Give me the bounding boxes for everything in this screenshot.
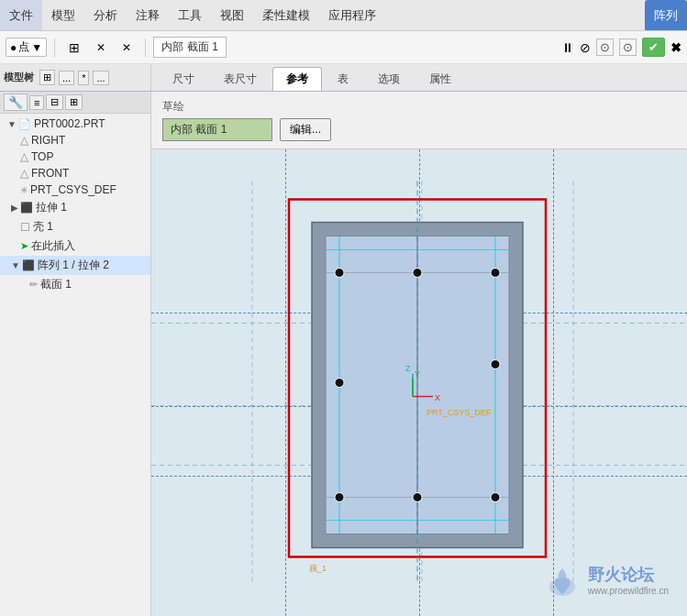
menu-view[interactable]: 视图 — [211, 0, 253, 30]
svg-point-17 — [335, 269, 344, 278]
toolbar-sep1 — [54, 38, 55, 57]
menubar: 文件 模型 分析 注释 工具 视图 柔性建模 应用程序 阵列 — [0, 0, 687, 31]
x-icon: ✕ — [96, 41, 105, 54]
unknown-icon2[interactable]: ⊙ — [619, 38, 637, 56]
point-select-tool[interactable]: ● 点 ▼ — [6, 38, 47, 57]
point-label: 点 — [18, 39, 29, 55]
model-svg: Z X Y PRT_CSYS_DEF 藕_1 — [151, 149, 687, 616]
tab-properties[interactable]: 属性 — [416, 67, 465, 91]
x-icon-btn[interactable]: ✕ — [116, 38, 138, 57]
menubar-spacer — [385, 0, 645, 30]
tree-item-top[interactable]: △ TOP — [0, 148, 150, 165]
file-icon: 📄 — [18, 118, 31, 130]
watermark: 野火论坛 www.proewildfire.cn — [544, 561, 669, 598]
menu-model[interactable]: 模型 — [42, 0, 84, 30]
ok-button[interactable]: ✔ — [642, 38, 665, 57]
toolbar: ● 点 ▼ ⊞ ✕ ✕ 内部 截面 1 ⏸ ⊘ ⊙ ⊙ ✔ ✖ — [0, 31, 687, 64]
expand-root-icon — [7, 119, 17, 129]
svg-point-24 — [413, 493, 422, 502]
tab-reference[interactable]: 参考 — [272, 67, 322, 91]
viewport[interactable]: Z X Y PRT_CSYS_DEF 藕_1 野火论坛 www.pr — [151, 149, 687, 616]
tree-label-front: FRONT — [31, 167, 69, 180]
pause-btn[interactable]: ⏸ — [561, 40, 574, 55]
tree-item-right[interactable]: △ RIGHT — [0, 132, 150, 148]
menu-tools[interactable]: 工具 — [169, 0, 211, 30]
expand-extrude1-icon — [11, 203, 18, 213]
sketch-panel: 草绘 内部 截面 1 编辑... — [151, 92, 687, 149]
svg-point-21 — [491, 360, 500, 369]
svg-point-22 — [335, 493, 344, 502]
tree-item-insert[interactable]: ➤ 在此插入 — [0, 236, 150, 256]
sidebar-icon-menu[interactable]: ... — [59, 71, 74, 85]
tree-label-top: TOP — [31, 150, 53, 163]
sidebar-view-icon[interactable]: ⊟ — [46, 94, 63, 110]
tree-label-insert: 在此插入 — [31, 238, 75, 254]
menu-array-active[interactable]: 阵列 — [645, 0, 687, 30]
sidebar-extra-icon[interactable]: ⊞ — [65, 94, 83, 110]
section-icon: ✏ — [29, 279, 38, 291]
tree-label-extrude1: 拉伸 1 — [36, 200, 67, 215]
svg-point-18 — [413, 269, 422, 278]
menu-apps[interactable]: 应用程序 — [319, 0, 385, 30]
close-btn-small[interactable]: ✕ — [90, 38, 112, 57]
plane-right-icon: △ — [20, 134, 28, 147]
sidebar-tool-icon[interactable]: 🔧 — [4, 94, 28, 111]
menu-annotation[interactable]: 注释 — [127, 0, 169, 30]
svg-point-23 — [491, 493, 500, 502]
svg-point-20 — [335, 379, 344, 388]
stop-btn[interactable]: ⊘ — [580, 40, 591, 55]
watermark-logo-svg — [544, 561, 581, 598]
svg-text:Y: Y — [415, 369, 420, 379]
unknown-icon1[interactable]: ⊙ — [596, 38, 614, 56]
sketch-panel-title: 草绘 — [162, 99, 676, 115]
toolbar-right: ⏸ ⊘ ⊙ ⊙ ✔ ✖ — [561, 38, 681, 57]
watermark-title: 野火论坛 — [588, 564, 669, 586]
tab-options[interactable]: 选项 — [364, 67, 414, 91]
sketch-row: 内部 截面 1 编辑... — [162, 118, 676, 141]
insert-icon: ➤ — [20, 240, 28, 252]
tree-item-array1[interactable]: ⬛ 阵列 1 / 拉伸 2 — [0, 256, 150, 275]
sidebar: 🔧 ≡ ⊟ ⊞ 📄 PRT0002.PRT △ RIGHT △ T — [0, 92, 151, 616]
menu-file[interactable]: 文件 — [0, 0, 42, 30]
tab-dimensions[interactable]: 尺寸 — [159, 67, 208, 91]
tree-item-shell[interactable]: ☐ 壳 1 — [0, 217, 150, 236]
csys-icon: ✳ — [20, 185, 28, 195]
content-panel: 草绘 内部 截面 1 编辑... — [151, 92, 687, 616]
array-icon: ⬛ — [22, 259, 35, 271]
dropdown-arrow-icon: ▼ — [31, 41, 42, 54]
menu-analysis[interactable]: 分析 — [84, 0, 127, 30]
shell-icon: ☐ — [20, 221, 30, 234]
sidebar-settings-icon[interactable]: * — [78, 71, 89, 85]
svg-text:Z: Z — [405, 364, 411, 373]
sidebar-list-icon[interactable]: ≡ — [29, 95, 44, 110]
tree-item-root[interactable]: 📄 PRT0002.PRT — [0, 116, 150, 132]
tab-table-dims[interactable]: 表尺寸 — [210, 67, 271, 91]
plane-front-icon: △ — [20, 167, 28, 180]
svg-text:藕_1: 藕_1 — [309, 564, 327, 573]
cancel-button[interactable]: ✖ — [670, 40, 681, 55]
grid-btn[interactable]: ⊞ — [62, 38, 86, 58]
grid-icon: ⊞ — [69, 40, 80, 55]
menu-flex[interactable]: 柔性建模 — [253, 0, 319, 30]
sidebar-icon-expand[interactable]: ⊞ — [39, 70, 55, 85]
sketch-name-label: 内部 截面 1 — [153, 37, 227, 58]
tree-label-csys: PRT_CSYS_DEF — [30, 183, 116, 196]
sidebar-tree-label: 模型树 — [4, 71, 34, 84]
plane-top-icon: △ — [20, 150, 28, 163]
tree-label-section1: 截面 1 — [40, 277, 72, 292]
tree-item-extrude1[interactable]: ⬛ 拉伸 1 — [0, 198, 150, 217]
sidebar-dots-icon[interactable]: ... — [93, 71, 108, 85]
toolbar-sep2 — [145, 38, 146, 57]
svg-text:PRT_CSYS_DEF: PRT_CSYS_DEF — [427, 408, 492, 417]
main-layout: 🔧 ≡ ⊟ ⊞ 📄 PRT0002.PRT △ RIGHT △ T — [0, 92, 687, 616]
extrude-icon: ⬛ — [20, 202, 33, 214]
tree-label-root: PRT0002.PRT — [34, 117, 105, 130]
tree-item-csys[interactable]: ✳ PRT_CSYS_DEF — [0, 182, 150, 198]
tree-item-section1[interactable]: ✏ 截面 1 — [0, 275, 150, 294]
tree-label-shell: 壳 1 — [33, 219, 53, 235]
svg-text:X: X — [435, 393, 440, 402]
sketch-field[interactable]: 内部 截面 1 — [162, 118, 272, 141]
tree-item-front[interactable]: △ FRONT — [0, 165, 150, 182]
sketch-edit-button[interactable]: 编辑... — [280, 118, 331, 141]
tab-table[interactable]: 表 — [324, 67, 362, 91]
